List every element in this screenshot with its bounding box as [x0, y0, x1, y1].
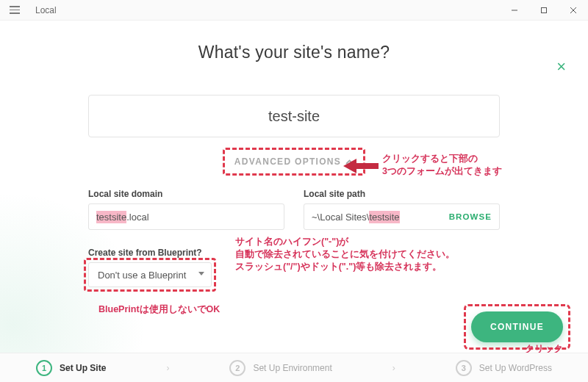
window-controls	[500, 0, 588, 21]
page-body: × What's your site's name? ADVANCED OPTI…	[0, 21, 588, 353]
step-number: 1	[36, 360, 52, 376]
chevron-down-icon	[198, 272, 204, 275]
browse-button[interactable]: BROWSE	[449, 212, 492, 221]
local-path-field-group: Local site path ~\Local Sites\testsite B…	[304, 189, 500, 230]
app-title: Local	[35, 5, 57, 15]
continue-button-wrap: CONTINUE	[471, 311, 563, 342]
svg-rect-1	[542, 7, 547, 12]
step-number: 3	[456, 360, 472, 376]
page-title: What's your site's name?	[88, 43, 500, 62]
step-label: Set Up WordPress	[479, 363, 552, 373]
step-3: 3 Set Up WordPress	[456, 360, 552, 376]
step-separator-icon: ›	[392, 363, 395, 373]
blueprint-field-group: Create site from Blueprint? Don't use a …	[88, 248, 500, 287]
chevron-up-icon	[345, 157, 354, 167]
hamburger-menu-icon[interactable]	[0, 0, 29, 20]
continue-button[interactable]: CONTINUE	[471, 311, 563, 342]
step-2: 2 Set Up Environment	[229, 360, 331, 376]
step-number: 2	[229, 360, 245, 376]
titlebar: Local	[0, 0, 588, 21]
modal-close-icon[interactable]: ×	[556, 57, 566, 76]
step-1: 1 Set Up Site	[36, 360, 106, 376]
step-separator-icon: ›	[166, 363, 169, 373]
step-label: Set Up Site	[60, 363, 106, 373]
site-name-input[interactable]	[88, 95, 500, 137]
minimize-button[interactable]	[500, 0, 529, 21]
close-window-button[interactable]	[559, 0, 588, 21]
local-path-input[interactable]: ~\Local Sites\testsite BROWSE	[304, 203, 500, 230]
advanced-options-toggle[interactable]: ADVANCED OPTIONS	[226, 152, 362, 171]
local-domain-label: Local site domain	[88, 189, 284, 199]
blueprint-label: Create site from Blueprint?	[88, 248, 500, 258]
advanced-fields: Local site domain testsite.local Local s…	[88, 189, 500, 230]
local-domain-input[interactable]: testsite.local	[88, 203, 284, 230]
blueprint-select[interactable]: Don't use a Blueprint	[88, 262, 212, 287]
blueprint-selected-value: Don't use a Blueprint	[98, 270, 186, 281]
advanced-options-label: ADVANCED OPTIONS	[234, 156, 341, 167]
setup-steps-footer: 1 Set Up Site › 2 Set Up Environment › 3…	[0, 353, 588, 382]
maximize-button[interactable]	[529, 0, 559, 21]
step-label: Set Up Environment	[253, 363, 331, 373]
annotation-blueprint: BluePrintは使用しないでOK	[98, 303, 220, 316]
local-path-label: Local site path	[304, 189, 500, 199]
local-domain-field-group: Local site domain testsite.local	[88, 189, 284, 230]
